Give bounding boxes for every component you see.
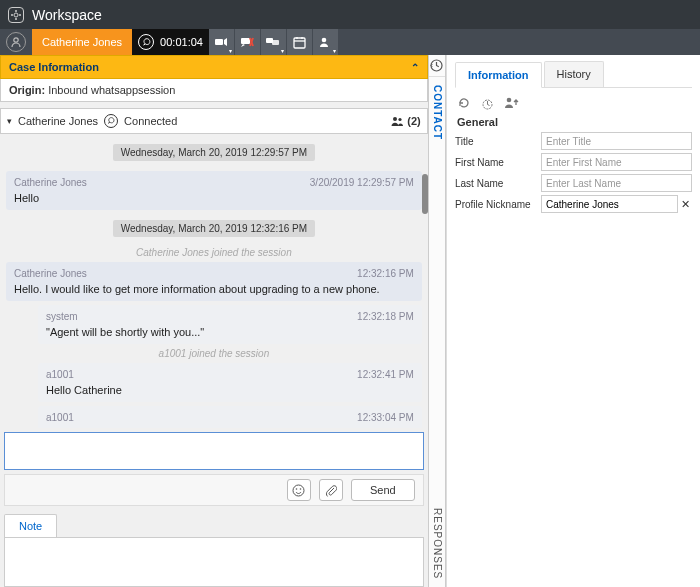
svg-point-17 [393, 117, 397, 121]
svg-point-2 [15, 18, 17, 20]
party-name: Catherine Jones [18, 115, 98, 127]
reset-icon[interactable] [457, 96, 471, 110]
message-body: Hello. I would like to get more informat… [14, 283, 414, 295]
send-button[interactable]: Send [351, 479, 415, 501]
system-note: Catherine Jones joined the session [4, 247, 424, 258]
svg-point-5 [14, 38, 18, 42]
scrollbar[interactable] [422, 174, 428, 214]
end-chat-icon[interactable] [235, 29, 261, 55]
chat-message: system 12:32:18 PM "Agent will be shortl… [38, 305, 422, 344]
transfer-icon[interactable]: ▾ [209, 29, 235, 55]
system-note: a1001 joined the session [4, 348, 424, 359]
app-title: Workspace [32, 7, 102, 23]
svg-rect-12 [294, 38, 305, 48]
lock-icon[interactable] [481, 96, 494, 110]
title-label: Title [455, 136, 541, 147]
contact-name-chip[interactable]: Catherine Jones [32, 29, 132, 55]
chevron-down-icon[interactable]: ▾ [7, 116, 12, 126]
contact-panel: Information History General Title First … [446, 55, 700, 587]
interaction-toolbar: Catherine Jones 00:01:04 ▾ ▾ ▾ [0, 29, 700, 55]
agent-status-icon[interactable] [6, 32, 26, 52]
svg-rect-11 [272, 40, 279, 45]
note-textarea[interactable] [4, 537, 424, 587]
chat-message: Catherine Jones 3/20/2019 12:29:57 PM He… [6, 171, 422, 210]
side-tab-contact[interactable]: CONTACT [429, 77, 445, 148]
message-body: Hello [14, 192, 414, 204]
title-input[interactable] [541, 132, 692, 150]
chat-message: a1001 12:33:04 PM I would be happy to he… [38, 406, 422, 428]
origin-row: Origin: Inbound whatsappsession [0, 79, 428, 102]
history-clock-icon[interactable] [429, 55, 445, 77]
participants-icon[interactable] [390, 116, 404, 127]
message-body: "Agent will be shortly with you..." [46, 326, 414, 338]
nickname-input[interactable] [541, 195, 678, 213]
origin-label: Origin: [9, 84, 45, 96]
svg-point-21 [300, 488, 302, 490]
svg-rect-7 [241, 38, 250, 44]
party-status-row: ▾ Catherine Jones Connected (2) [0, 108, 428, 134]
consult-icon[interactable]: ▾ [261, 29, 287, 55]
schedule-icon[interactable] [287, 29, 313, 55]
message-input[interactable] [4, 432, 424, 470]
emoji-button[interactable] [287, 479, 311, 501]
clear-icon[interactable]: ✕ [678, 198, 692, 211]
svg-point-19 [293, 485, 304, 496]
side-tab-responses[interactable]: RESPONSES [429, 500, 445, 587]
message-timestamp: 12:33:04 PM [357, 412, 414, 423]
tab-history[interactable]: History [544, 61, 604, 87]
message-body: I would be happy to help you with this t… [46, 427, 414, 428]
svg-point-0 [14, 13, 18, 17]
message-timestamp: 3/20/2019 12:29:57 PM [310, 177, 414, 188]
party-state: Connected [124, 115, 177, 127]
send-toolbar: Send [4, 474, 424, 506]
svg-point-20 [296, 488, 298, 490]
svg-point-1 [15, 10, 17, 12]
message-body: Hello Catherine [46, 384, 414, 396]
date-separator: Wednesday, March 20, 2019 12:29:57 PM [113, 144, 315, 161]
message-timestamp: 12:32:16 PM [357, 268, 414, 279]
participants-count: (2) [407, 115, 420, 127]
chat-transcript: Wednesday, March 20, 2019 12:29:57 PM Ca… [0, 134, 428, 428]
svg-rect-6 [215, 39, 223, 45]
svg-point-18 [399, 117, 402, 120]
app-logo-icon [8, 7, 24, 23]
whatsapp-icon [104, 114, 118, 128]
case-info-bar[interactable]: Case Information ⌃ [0, 55, 428, 79]
tab-information[interactable]: Information [455, 62, 542, 88]
firstname-label: First Name [455, 157, 541, 168]
assign-icon[interactable] [504, 96, 519, 110]
chat-message: Catherine Jones 12:32:16 PM Hello. I wou… [6, 262, 422, 301]
svg-point-4 [19, 14, 21, 16]
collapse-icon[interactable]: ⌃ [411, 62, 419, 73]
section-general: General [457, 116, 690, 128]
app-header: Workspace [0, 0, 700, 29]
attach-button[interactable] [319, 479, 343, 501]
lastname-input[interactable] [541, 174, 692, 192]
chat-message: a1001 12:32:41 PM Hello Catherine [38, 363, 422, 402]
svg-point-16 [322, 38, 327, 43]
whatsapp-icon [138, 34, 154, 50]
svg-point-24 [507, 98, 512, 103]
message-timestamp: 12:32:41 PM [357, 369, 414, 380]
tab-note[interactable]: Note [4, 514, 57, 537]
message-sender: Catherine Jones [14, 268, 414, 279]
nickname-label: Profile Nickname [455, 199, 541, 210]
firstname-input[interactable] [541, 153, 692, 171]
side-tab-strip: CONTACT RESPONSES [428, 55, 446, 587]
lastname-label: Last Name [455, 178, 541, 189]
channel-badge: 00:01:04 [132, 29, 209, 55]
message-timestamp: 12:32:18 PM [357, 311, 414, 322]
party-icon[interactable]: ▾ [313, 29, 339, 55]
case-info-label: Case Information [9, 61, 99, 73]
interaction-timer: 00:01:04 [160, 36, 203, 48]
date-separator: Wednesday, March 20, 2019 12:32:16 PM [113, 220, 315, 237]
origin-value: Inbound whatsappsession [48, 84, 175, 96]
svg-point-3 [11, 14, 13, 16]
svg-rect-10 [266, 38, 273, 43]
